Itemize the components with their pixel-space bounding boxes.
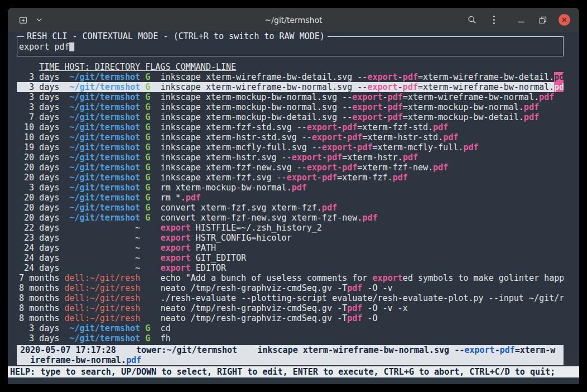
minimize-button[interactable] [515, 14, 527, 26]
row-command: inkscape xterm-mockup-bw-detail.svg --ex… [160, 112, 539, 122]
history-row[interactable]: 7 months dell:~/git/resh echo "Add a bun… [17, 273, 564, 283]
history-row[interactable]: 24 days ~ export EDITOR [17, 263, 564, 273]
row-time: 10 days [19, 132, 64, 142]
row-command: inkscape xterm-wireframe-bw-normal.svg -… [160, 82, 564, 92]
row-directory: ~/git/termshot [64, 152, 140, 162]
row-flag [145, 293, 150, 303]
row-command: export PATH [160, 243, 216, 253]
history-row[interactable]: 3 days ~/git/termshot G fh [17, 333, 564, 343]
match-highlight: pdf [357, 142, 372, 152]
history-row[interactable]: 3 days ~/git/termshot G inkscape xterm-w… [17, 82, 564, 92]
row-command: inkscape xterm-mcfly-full.svg --export-p… [160, 142, 479, 152]
row-directory: dell:~/git/resh [64, 283, 140, 293]
history-row[interactable]: 10 days ~/git/termshot G inkscape xterm-… [17, 122, 564, 132]
search-icon [467, 15, 477, 25]
history-row[interactable]: 8 months dell:~/git/resh ./resh-evaluate… [17, 293, 564, 303]
row-command: inkscape xterm-hstr.svg --export-pdf=xte… [160, 152, 418, 162]
history-row[interactable]: 3 days ~/git/termshot G inkscape xterm-m… [17, 92, 564, 102]
titlebar: ~/git/termshot [8, 8, 579, 32]
history-row[interactable]: 3 days ~/git/termshot G inkscape xterm-w… [17, 72, 564, 82]
row-command: inkscape xterm-fzf-std.svg --export-pdf=… [160, 122, 448, 132]
match-highlight: pdf [347, 283, 362, 293]
row-directory: ~ [64, 263, 140, 273]
history-row[interactable]: 24 days ~ export PATH [17, 243, 564, 253]
row-directory: dell:~/git/resh [64, 293, 140, 303]
tab-dropdown-button[interactable] [33, 14, 45, 26]
match-highlight: pdf [443, 132, 458, 142]
row-time: 20 days [19, 193, 64, 203]
menu-button[interactable] [487, 14, 500, 26]
row-time: 8 months [19, 303, 64, 313]
table-header: TIME HOST: DIRECTORY FLAGS COMMAND-LINE [17, 62, 564, 72]
match-highlight: export [160, 223, 191, 233]
match-highlight: export [322, 142, 352, 152]
row-flag: G [145, 203, 150, 213]
row-directory: dell:~/git/resh [64, 303, 140, 313]
row-time: 8 months [19, 293, 64, 303]
table-header-text: TIME HOST: DIRECTORY FLAGS COMMAND-LINE [39, 62, 236, 72]
match-highlight: export [352, 102, 382, 112]
restore-button[interactable] [537, 14, 549, 26]
row-flag: G [145, 213, 150, 223]
history-row[interactable]: 22 days ~ export HISTFILE=~/.zsh_history… [17, 223, 564, 233]
row-flag [145, 243, 150, 253]
row-time: 3 days [19, 82, 64, 92]
new-tab-icon [18, 16, 28, 25]
history-row[interactable]: 3 days ~/git/termshot G rm xterm-mockup-… [17, 183, 564, 193]
match-highlight: pd [554, 72, 564, 82]
row-time: 10 days [19, 122, 64, 132]
match-highlight: pdf [387, 102, 403, 112]
history-row[interactable]: 20 days ~/git/termshot G inkscape xterm-… [17, 152, 564, 162]
history-row[interactable]: 19 days ~/git/termshot G inkscape xterm-… [17, 142, 564, 152]
row-flag: G [145, 92, 150, 102]
match-highlight: pdf [362, 213, 377, 223]
history-row[interactable]: 23 days ~ export HSTR_CONFIG=hicolor [17, 233, 564, 243]
match-highlight: pdf [322, 173, 337, 183]
history-row[interactable]: 20 days ~/git/termshot G inkscape xterm-… [17, 162, 564, 173]
search-button[interactable] [466, 14, 478, 26]
match-highlight: export [307, 162, 337, 173]
row-time: 23 days [19, 233, 64, 243]
history-row[interactable]: 7 days ~/git/termshot G inkscape xterm-m… [17, 112, 564, 122]
status-match-highlight: pdf [500, 345, 515, 355]
row-directory: ~/git/termshot [64, 92, 140, 102]
close-button[interactable] [558, 14, 570, 26]
match-highlight: pdf [392, 173, 408, 183]
row-time: 3 days [19, 72, 64, 82]
match-highlight: pdf [292, 183, 307, 193]
history-row[interactable]: 24 days ~ export GIT_EDITOR [17, 253, 564, 263]
row-directory: ~/git/termshot [64, 333, 140, 343]
history-row[interactable]: 8 months dell:~/git/resh neato /tmp/resh… [17, 303, 564, 313]
row-flag [145, 283, 150, 293]
row-time: 22 days [19, 223, 64, 233]
row-flag [145, 313, 150, 323]
history-row[interactable]: 20 days ~/git/termshot G convert xterm-f… [17, 203, 564, 213]
match-highlight: export [312, 132, 342, 142]
row-flag: G [145, 82, 150, 92]
row-directory: ~ [64, 223, 140, 233]
row-command: cd [160, 323, 171, 333]
history-row[interactable]: 3 days ~/git/termshot G cd [17, 323, 564, 333]
row-time: 8 months [19, 313, 64, 323]
history-row[interactable]: 20 days ~/git/termshot G convert xterm-f… [17, 213, 564, 223]
restore-icon [539, 16, 547, 24]
match-highlight: export [307, 122, 337, 132]
row-command: export HSTR_CONFIG=hicolor [160, 233, 292, 243]
row-time: 3 days [19, 323, 64, 333]
match-highlight: pdf [347, 313, 362, 323]
row-directory: ~/git/termshot [64, 183, 140, 193]
history-row[interactable]: 3 days ~/git/termshot G inkscape xterm-m… [17, 102, 564, 112]
new-tab-button[interactable] [17, 14, 29, 26]
history-row[interactable]: 8 months dell:~/git/resh neato /tmp/resh… [17, 313, 564, 323]
row-command: inkscape xterm-mockup-bw-normal.svg --ex… [160, 102, 539, 112]
minimize-icon [518, 16, 525, 23]
row-command: inkscape xterm-wireframe-bw-detail.svg -… [160, 72, 564, 82]
row-flag [145, 233, 150, 243]
history-row[interactable]: 20 days ~/git/termshot G inkscape xterm-… [17, 173, 564, 183]
status-match-highlight: export [465, 345, 495, 355]
history-row[interactable]: 8 months dell:~/git/resh neato /tmp/resh… [17, 283, 564, 293]
history-row[interactable]: 20 days ~/git/termshot G rm *.pdf [17, 193, 564, 203]
match-highlight: pdf [433, 122, 448, 132]
match-highlight: export [160, 253, 191, 263]
history-row[interactable]: 10 days ~/git/termshot G inkscape xterm-… [17, 132, 564, 142]
